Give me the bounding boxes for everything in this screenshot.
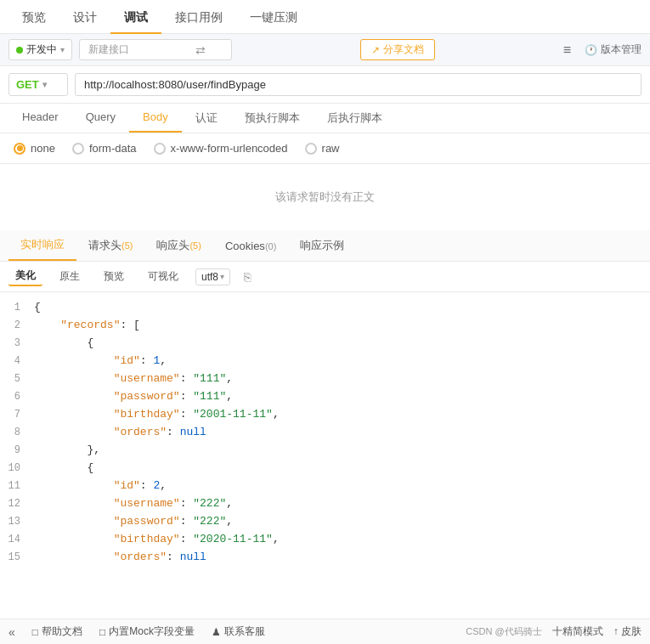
tab-cookies[interactable]: Cookies(0): [213, 233, 288, 259]
json-line: 10 {: [0, 460, 650, 477]
tab-request-headers[interactable]: 请求头(5): [76, 231, 144, 260]
line-number: 10: [0, 460, 31, 477]
radio-none: [14, 143, 25, 155]
line-content: "records": [: [31, 317, 650, 335]
line-content: "password": "222",: [31, 513, 650, 531]
json-line: 6 "password": "111",: [0, 388, 650, 406]
radio-form-data: [72, 143, 84, 155]
line-content: {: [31, 299, 650, 317]
simple-mode[interactable]: 十精简模式: [552, 624, 603, 639]
tab-response-headers[interactable]: 响应头(5): [144, 231, 212, 260]
json-line: 12 "username": "222",: [0, 495, 650, 513]
json-line: 4 "id": 1,: [0, 353, 650, 370]
fmt-preview[interactable]: 预览: [97, 268, 131, 285]
encoding-select[interactable]: utf8 ▾: [195, 268, 230, 285]
env-label: 开发中: [26, 42, 57, 57]
chevron-down-icon: ▾: [220, 272, 224, 281]
support-icon: ♟: [212, 626, 221, 638]
body-option-raw[interactable]: raw: [305, 142, 340, 155]
tab-realtime-response[interactable]: 实时响应: [8, 230, 76, 261]
tab-query[interactable]: Query: [72, 104, 129, 133]
line-content: "birthday": "2001-11-11",: [31, 406, 650, 424]
help-docs[interactable]: □ 帮助文档: [32, 624, 82, 639]
watermark: CSDN @代码骑士: [466, 625, 541, 638]
env-selector[interactable]: 开发中 ▾: [8, 39, 72, 60]
line-number: 1: [0, 299, 31, 317]
method-value: GET: [16, 78, 39, 91]
encoding-value: utf8: [201, 271, 218, 283]
req-headers-badge: (5): [122, 240, 133, 251]
url-bar: GET ▾: [0, 66, 650, 104]
json-line: 15 "orders": null: [0, 549, 650, 564]
menu-icon[interactable]: ≡: [563, 42, 571, 58]
radio-urlencoded: [154, 143, 166, 155]
mock-variables[interactable]: □ 内置Mock字段变量: [99, 624, 195, 639]
share-button[interactable]: ↗ 分享文档: [360, 39, 435, 60]
line-number: 7: [0, 406, 31, 424]
tab-preview[interactable]: 预览: [8, 0, 59, 34]
cookies-badge: (0): [265, 241, 276, 251]
resp-example-label: 响应示例: [300, 239, 344, 251]
method-selector[interactable]: GET ▾: [8, 73, 68, 96]
tab-pre-script[interactable]: 预执行脚本: [231, 104, 314, 133]
line-content: "password": "111",: [31, 388, 650, 406]
tab-design[interactable]: 设计: [59, 0, 110, 34]
share-label: 分享文档: [383, 42, 424, 57]
json-line: 2 "records": [: [0, 317, 650, 335]
line-number: 15: [0, 549, 31, 564]
line-content: "orders": null: [31, 424, 650, 442]
body-option-none[interactable]: none: [14, 142, 55, 155]
url-input[interactable]: [75, 73, 642, 96]
collapse-icon[interactable]: «: [8, 625, 15, 639]
json-line: 11 "id": 2,: [0, 477, 650, 495]
line-content: "username": "111",: [31, 370, 650, 388]
chevron-down-icon: ▾: [60, 45, 65, 54]
share-icon: ↗: [371, 44, 380, 56]
mock-icon: □: [99, 626, 105, 638]
env-dot: [16, 47, 23, 54]
line-number: 2: [0, 317, 31, 335]
format-bar: 美化 原生 预览 可视化 utf8 ▾ ⎘: [0, 262, 650, 292]
fmt-beautify[interactable]: 美化: [8, 267, 42, 286]
line-number: 9: [0, 442, 31, 460]
tab-header[interactable]: Header: [8, 104, 72, 133]
body-option-urlencoded[interactable]: x-www-form-urlencoded: [154, 142, 288, 155]
json-line: 5 "username": "111",: [0, 370, 650, 388]
tab-auth[interactable]: 认证: [182, 104, 231, 133]
help-docs-label: 帮助文档: [42, 624, 82, 639]
line-number: 4: [0, 353, 31, 370]
resp-headers-label: 响应头: [156, 239, 189, 251]
body-option-form-data[interactable]: form-data: [72, 142, 137, 155]
json-line: 1{: [0, 299, 650, 317]
skin-button[interactable]: ↑ 皮肤: [613, 624, 642, 639]
tab-debug[interactable]: 调试: [110, 0, 161, 34]
body-options: none form-data x-www-form-urlencoded raw: [0, 133, 650, 164]
new-endpoint-input[interactable]: 新建接口 ⇄: [79, 39, 232, 60]
line-number: 3: [0, 335, 31, 353]
json-line: 9 },: [0, 442, 650, 460]
fmt-visual[interactable]: 可视化: [141, 268, 185, 285]
contact-support[interactable]: ♟ 联系客服: [212, 624, 265, 639]
tab-body[interactable]: Body: [129, 104, 182, 133]
tab-stress-test[interactable]: 一键压测: [236, 0, 311, 34]
second-bar: 开发中 ▾ 新建接口 ⇄ ↗ 分享文档 ≡ 🕐 版本管理: [0, 34, 650, 66]
fmt-raw[interactable]: 原生: [53, 268, 87, 285]
resp-headers-badge: (5): [189, 240, 201, 251]
tab-api-examples[interactable]: 接口用例: [161, 0, 236, 34]
form-data-label: form-data: [89, 142, 137, 155]
version-button[interactable]: 🕐 版本管理: [585, 42, 642, 57]
radio-raw: [305, 143, 317, 155]
json-content[interactable]: 1{2 "records": [3 {4 "id": 1,5 "username…: [0, 292, 650, 564]
tab-post-script[interactable]: 后执行脚本: [314, 104, 396, 133]
response-tabs: 实时响应 请求头(5) 响应头(5) Cookies(0) 响应示例: [0, 230, 650, 262]
bottom-bar: « □ 帮助文档 □ 内置Mock字段变量 ♟ 联系客服 CSDN @代码骑士 …: [0, 619, 650, 644]
json-line: 13 "password": "222",: [0, 513, 650, 531]
contact-label: 联系客服: [224, 624, 265, 639]
tab-response-example[interactable]: 响应示例: [288, 231, 356, 260]
copy-icon[interactable]: ⎘: [244, 270, 251, 284]
clock-icon: 🕐: [585, 44, 597, 56]
realtime-label: 实时响应: [20, 238, 65, 251]
line-content: },: [31, 442, 650, 460]
json-line: 14 "birthday": "2020-11-11",: [0, 531, 650, 549]
no-body-message: 该请求暂时没有正文: [0, 164, 650, 230]
